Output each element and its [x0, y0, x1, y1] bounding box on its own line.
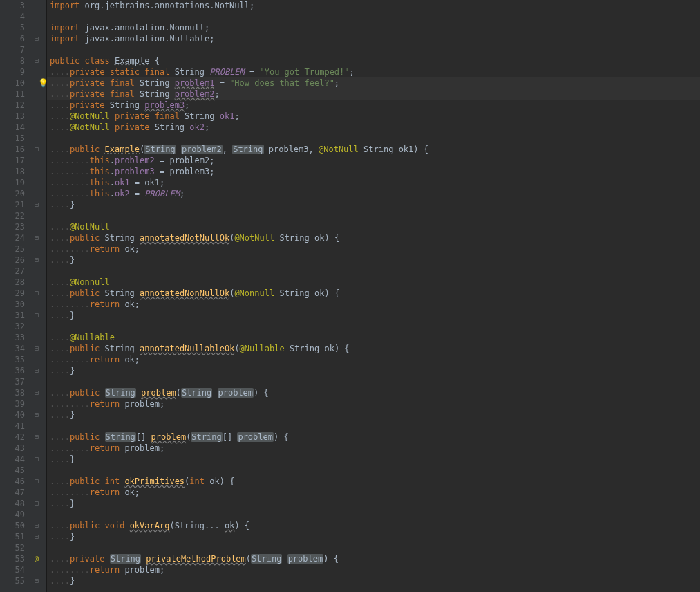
line-number[interactable]: 37: [3, 376, 25, 387]
code-line[interactable]: [50, 44, 700, 55]
fold-toggle-icon[interactable]: ⊟: [35, 575, 39, 586]
line-number[interactable]: 22: [3, 210, 25, 221]
fold-toggle-icon[interactable]: ⊟: [35, 55, 39, 66]
line-number[interactable]: 52: [3, 542, 25, 553]
line-number[interactable]: 34: [3, 343, 25, 354]
line-number[interactable]: 47: [3, 487, 25, 498]
code-line[interactable]: [50, 11, 700, 22]
code-line[interactable]: ....public void okVarArg(String... ok) {: [50, 520, 700, 531]
code-line[interactable]: [50, 133, 700, 144]
line-number[interactable]: 4: [3, 11, 25, 22]
line-number[interactable]: 44: [3, 454, 25, 465]
code-line[interactable]: [50, 266, 700, 277]
annotation-gutter-icon[interactable]: @: [35, 553, 39, 564]
line-number[interactable]: 43: [3, 443, 25, 454]
line-number[interactable]: 19: [3, 177, 25, 188]
fold-toggle-icon[interactable]: ⊟: [35, 409, 39, 420]
code-line[interactable]: public class Example {: [50, 55, 700, 66]
line-number[interactable]: 28: [3, 277, 25, 288]
code-line[interactable]: [50, 465, 700, 476]
code-line[interactable]: ....}: [50, 365, 700, 376]
fold-toggle-icon[interactable]: ⊟: [35, 288, 39, 299]
code-line[interactable]: import javax.annotation.Nonnull;: [50, 22, 700, 33]
fold-toggle-icon[interactable]: ⊟: [35, 199, 39, 210]
fold-toggle-icon[interactable]: ⊟: [35, 498, 39, 509]
code-line[interactable]: ....public String annotatedNotNullOk(@No…: [50, 232, 700, 243]
code-line[interactable]: ....public int okPrimitives(int ok) {: [50, 476, 700, 487]
line-number[interactable]: 49: [3, 509, 25, 520]
fold-toggle-icon[interactable]: ⊟: [35, 520, 39, 531]
line-number[interactable]: 50: [3, 520, 25, 531]
code-line[interactable]: [50, 542, 700, 553]
line-number[interactable]: 10: [3, 77, 25, 89]
line-number[interactable]: 24: [3, 232, 25, 243]
code-line[interactable]: ....private String privateMethodProblem(…: [50, 553, 700, 564]
line-number[interactable]: 15: [3, 133, 25, 144]
code-line[interactable]: [50, 376, 700, 387]
code-line[interactable]: ....public String[] problem(String[] pro…: [50, 432, 700, 443]
code-line[interactable]: ........this.ok1 = ok1;: [50, 177, 700, 188]
code-line[interactable]: ....}: [50, 575, 700, 586]
code-line[interactable]: ........this.ok2 = PROBLEM;: [50, 188, 700, 199]
code-line[interactable]: ....@Nonnull: [50, 277, 700, 288]
line-number[interactable]: 32: [3, 321, 25, 332]
code-line[interactable]: ....}: [50, 409, 700, 420]
line-number[interactable]: 8: [3, 55, 25, 66]
fold-toggle-icon[interactable]: ⊟: [35, 476, 39, 487]
line-number[interactable]: 33: [3, 332, 25, 343]
line-number[interactable]: 5: [3, 22, 25, 33]
line-number[interactable]: 51: [3, 531, 25, 542]
code-editor[interactable]: 3456789101112131415161718192021222324252…: [0, 0, 700, 592]
line-number[interactable]: 26: [3, 255, 25, 266]
fold-toggle-icon[interactable]: ⊟: [35, 232, 39, 243]
line-number[interactable]: 12: [3, 100, 25, 111]
line-number[interactable]: 40: [3, 409, 25, 420]
fold-toggle-icon[interactable]: ⊟: [35, 310, 39, 321]
code-line[interactable]: ....}: [50, 255, 700, 266]
fold-toggle-icon[interactable]: ⊟: [35, 144, 39, 155]
gutter-icons[interactable]: ⊟⊟💡⊟⊟⊟⊟⊟⊟⊟⊟⊟⊟⊟⊟⊟⊟⊟⊟@⊟: [30, 0, 47, 592]
code-line[interactable]: [50, 321, 700, 332]
fold-toggle-icon[interactable]: ⊟: [35, 387, 39, 398]
code-line[interactable]: ....@Nullable: [50, 332, 700, 343]
line-gutter[interactable]: 3456789101112131415161718192021222324252…: [0, 0, 30, 592]
code-line[interactable]: [50, 420, 700, 432]
code-line[interactable]: ........return problem;: [50, 443, 700, 454]
fold-toggle-icon[interactable]: ⊟: [35, 343, 39, 354]
code-area[interactable]: import org.jetbrains.annotations.NotNull…: [47, 0, 700, 592]
code-line[interactable]: ....}: [50, 310, 700, 321]
code-line[interactable]: [50, 509, 700, 520]
line-number[interactable]: 7: [3, 44, 25, 55]
fold-toggle-icon[interactable]: ⊟: [35, 33, 39, 44]
line-number[interactable]: 31: [3, 310, 25, 321]
line-number[interactable]: 18: [3, 166, 25, 177]
line-number[interactable]: 16: [3, 144, 25, 155]
code-line[interactable]: ....public String problem(String problem…: [50, 387, 700, 398]
code-line[interactable]: ....private final String problem1 = "How…: [50, 77, 700, 89]
line-number[interactable]: 25: [3, 243, 25, 255]
line-number[interactable]: 9: [3, 66, 25, 77]
code-line[interactable]: ....@NotNull private String ok2;: [50, 122, 700, 133]
line-number[interactable]: 39: [3, 398, 25, 409]
line-number[interactable]: 38: [3, 387, 25, 398]
code-line[interactable]: ....private String problem3;: [50, 100, 700, 111]
line-number[interactable]: 45: [3, 465, 25, 476]
line-number[interactable]: 42: [3, 432, 25, 443]
code-line[interactable]: ....}: [50, 454, 700, 465]
code-line[interactable]: [50, 210, 700, 221]
line-number[interactable]: 48: [3, 498, 25, 509]
code-line[interactable]: ........return ok;: [50, 243, 700, 255]
line-number[interactable]: 23: [3, 221, 25, 232]
line-number[interactable]: 41: [3, 420, 25, 432]
fold-toggle-icon[interactable]: ⊟: [35, 454, 39, 465]
code-line[interactable]: ........this.problem2 = problem2;: [50, 155, 700, 166]
code-line[interactable]: import javax.annotation.Nullable;: [50, 33, 700, 44]
line-number[interactable]: 36: [3, 365, 25, 376]
line-number[interactable]: 20: [3, 188, 25, 199]
line-number[interactable]: 30: [3, 299, 25, 310]
line-number[interactable]: 55: [3, 575, 25, 586]
code-line[interactable]: ........return problem;: [50, 564, 700, 575]
fold-toggle-icon[interactable]: ⊟: [35, 365, 39, 376]
line-number[interactable]: 54: [3, 564, 25, 575]
code-line[interactable]: ........return ok;: [50, 487, 700, 498]
